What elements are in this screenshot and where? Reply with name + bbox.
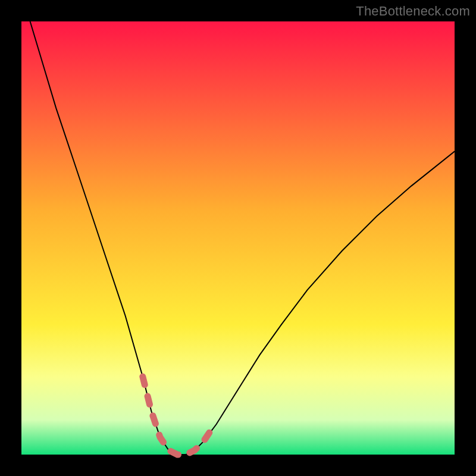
watermark-text: TheBottleneck.com: [356, 4, 470, 19]
bottleneck-chart: [0, 0, 476, 476]
chart-container: TheBottleneck.com: [0, 0, 476, 476]
